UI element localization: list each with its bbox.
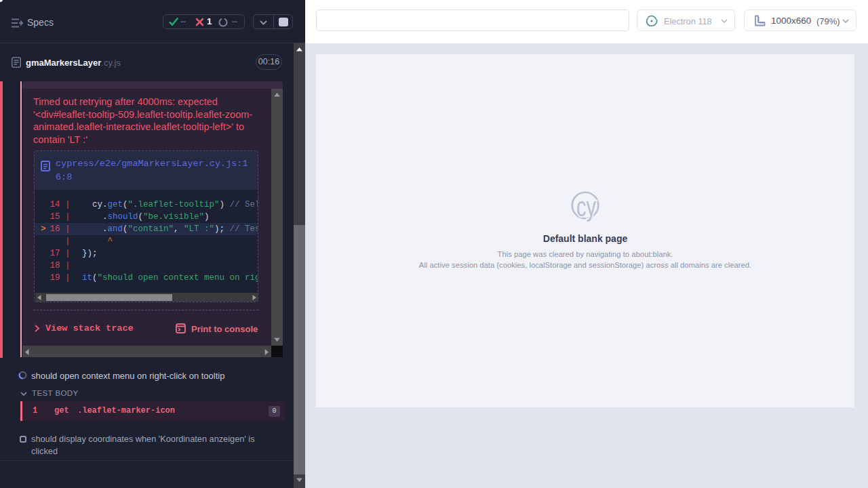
svg-text:cy: cy [576, 191, 596, 222]
